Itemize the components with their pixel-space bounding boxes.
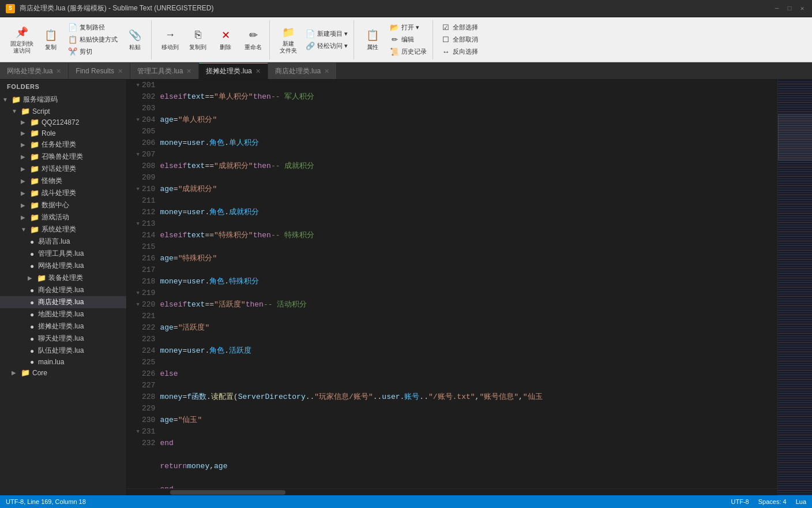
history-button[interactable]: 📜 历史记录 bbox=[388, 46, 429, 58]
file-yiyuyan[interactable]: ● 易语言.lua bbox=[0, 236, 126, 248]
status-spaces: Spaces: 4 bbox=[758, 498, 787, 505]
h-scrollbar[interactable] bbox=[127, 488, 777, 495]
folder-script[interactable]: ▼ 📁 Script bbox=[0, 106, 126, 117]
delete-icon: ✕ bbox=[219, 28, 232, 42]
tab-network[interactable]: 网络处理类.lua ✕ bbox=[0, 63, 69, 79]
file-managetool[interactable]: ● 管理工具类.lua bbox=[0, 248, 126, 260]
file-guild[interactable]: ● 商会处理类.lua bbox=[0, 284, 126, 296]
paste-button[interactable]: 📎 粘贴 bbox=[122, 23, 148, 57]
folder-task-icon: 📁 bbox=[30, 140, 39, 149]
tab-shop[interactable]: 商店处理类.lua ✕ bbox=[268, 63, 337, 79]
pin-button[interactable]: 📌 固定到快速访问 bbox=[8, 23, 36, 57]
rename-icon: ✏ bbox=[246, 28, 260, 42]
folder-task[interactable]: ▶ 📁 任务处理类 bbox=[0, 139, 126, 151]
tab-stall-close[interactable]: ✕ bbox=[255, 68, 261, 75]
line-208: age ="特殊积分" bbox=[160, 253, 651, 264]
folder-qq-label: QQ2124872 bbox=[42, 118, 79, 126]
file-shop[interactable]: ● 商店处理类.lua bbox=[0, 296, 126, 308]
new-folder-icon: 📁 bbox=[281, 25, 295, 39]
folder-summon[interactable]: ▶ 📁 召唤兽处理类 bbox=[0, 151, 126, 163]
file-main[interactable]: ● main.lua bbox=[0, 357, 126, 367]
file-chat-label: 聊天处理类.lua bbox=[38, 334, 84, 343]
copy-to-button[interactable]: ⎘ 复制到 bbox=[185, 23, 210, 57]
line-216: end bbox=[160, 438, 651, 449]
folder-core[interactable]: ▶ 📁 Core bbox=[0, 367, 126, 378]
file-guild-label: 商会处理类.lua bbox=[38, 285, 84, 295]
open-label: 打开 ▾ bbox=[401, 23, 419, 32]
folder-role[interactable]: ▶ 📁 Role bbox=[0, 128, 126, 139]
deselect-all-button[interactable]: ☐ 全部取消 bbox=[439, 34, 480, 46]
folder-root[interactable]: ▼ 📁 服务端源码 bbox=[0, 94, 126, 106]
file-map[interactable]: ● 地图处理类.lua bbox=[0, 308, 126, 320]
folder-dialog[interactable]: ▶ 📁 对话处理类 bbox=[0, 163, 126, 175]
arrow-system: ▼ bbox=[21, 226, 30, 233]
minimize-button[interactable]: ─ bbox=[773, 5, 781, 13]
open-button[interactable]: 📂 打开 ▾ bbox=[388, 22, 429, 33]
folder-datacenter-icon: 📁 bbox=[30, 201, 39, 210]
folder-qq[interactable]: ▶ 📁 QQ2124872 bbox=[0, 117, 126, 128]
properties-button[interactable]: 📋 属性 bbox=[360, 23, 385, 57]
toolbar-group-select: ☑ 全部选择 ☐ 全部取消 ↔ 反向选择 bbox=[435, 20, 484, 59]
paste-group: 📄 复制路径 📋 粘贴快捷方式 ✂️ 剪切 bbox=[66, 22, 120, 58]
line-206: money=user.角色.成就积分 bbox=[160, 207, 651, 218]
file-stall[interactable]: ● 搓摊处理类.lua bbox=[0, 320, 126, 333]
close-button[interactable]: ✕ bbox=[798, 5, 806, 13]
new-folder-button[interactable]: 📁 新建文件夹 bbox=[276, 23, 301, 57]
folder-system-label: 系统处理类 bbox=[42, 225, 76, 234]
code-editor[interactable]: ▼201 202 203 ▼204 205 206 ▼207 208 209 ▼… bbox=[127, 80, 777, 495]
tab-find-label: Find Results bbox=[76, 67, 114, 75]
folder-activity[interactable]: ▶ 📁 游戏活动 bbox=[0, 211, 126, 223]
tab-stall[interactable]: 搓摊处理类.lua ✕ bbox=[199, 63, 268, 79]
line-209: money=user.角色.特殊积分 bbox=[160, 276, 651, 287]
edit-button[interactable]: ✏ 编辑 bbox=[388, 34, 429, 46]
folder-script-label: Script bbox=[32, 107, 50, 115]
copy-button[interactable]: 📋 复制 bbox=[38, 23, 63, 57]
file-chat[interactable]: ● 聊天处理类.lua bbox=[0, 333, 126, 345]
tab-network-close[interactable]: ✕ bbox=[56, 68, 61, 75]
tab-find[interactable]: Find Results ✕ bbox=[69, 63, 130, 79]
arrow-datacenter: ▶ bbox=[21, 202, 30, 208]
easy-access-button[interactable]: 🔗 轻松访问 ▾ bbox=[303, 40, 350, 51]
invert-select-button[interactable]: ↔ 反向选择 bbox=[439, 46, 480, 58]
rename-button[interactable]: ✏ 重命名 bbox=[240, 23, 266, 57]
cut-icon: ✂️ bbox=[68, 47, 77, 57]
folder-battle[interactable]: ▶ 📁 战斗处理类 bbox=[0, 187, 126, 199]
h-scrollbar-thumb[interactable] bbox=[170, 490, 285, 495]
file-dot-map: ● bbox=[30, 311, 38, 319]
maximize-button[interactable]: □ bbox=[785, 5, 794, 13]
folder-system[interactable]: ▼ 📁 系统处理类 bbox=[0, 223, 126, 236]
tab-manage[interactable]: 管理工具类.lua ✕ bbox=[130, 63, 199, 79]
folder-core-icon: 📁 bbox=[21, 368, 30, 377]
file-team[interactable]: ● 队伍处理类.lua bbox=[0, 345, 126, 357]
tab-manage-close[interactable]: ✕ bbox=[186, 68, 191, 75]
delete-button[interactable]: ✕ 删除 bbox=[213, 23, 238, 57]
select-all-icon: ☑ bbox=[441, 23, 450, 32]
cut-button[interactable]: ✂️ 剪切 bbox=[66, 46, 120, 58]
copy-path-button[interactable]: 📄 复制路径 bbox=[66, 22, 120, 33]
tab-find-close[interactable]: ✕ bbox=[118, 68, 123, 75]
code-scroll[interactable]: ▼201 202 203 ▼204 205 206 ▼207 208 209 ▼… bbox=[127, 80, 777, 488]
line-215: age ="仙玉" bbox=[160, 414, 651, 426]
arrow-core: ▶ bbox=[12, 369, 21, 376]
status-right: UTF-8 Spaces: 4 Lua bbox=[731, 498, 806, 505]
folder-equipment-icon: 📁 bbox=[37, 274, 46, 282]
file-shop-label: 商店处理类.lua bbox=[38, 297, 84, 307]
select-all-button[interactable]: ☑ 全部选择 bbox=[439, 22, 480, 33]
file-dot-manage: ● bbox=[30, 250, 38, 258]
paste-label: 粘贴 bbox=[129, 43, 141, 51]
folder-equipment[interactable]: ▶ 📁 装备处理类 bbox=[0, 272, 126, 284]
folder-monster[interactable]: ▶ 📁 怪物类 bbox=[0, 175, 126, 187]
tab-shop-close[interactable]: ✕ bbox=[324, 68, 329, 75]
folder-dialog-icon: 📁 bbox=[30, 165, 39, 173]
folder-role-label: Role bbox=[42, 129, 56, 137]
folder-datacenter[interactable]: ▶ 📁 数据中心 bbox=[0, 199, 126, 211]
paste-shortcut-button[interactable]: 📋 粘贴快捷方式 bbox=[66, 34, 120, 46]
folder-script-icon: 📁 bbox=[21, 107, 30, 115]
move-to-button[interactable]: → 移动到 bbox=[157, 23, 183, 57]
new-item-button[interactable]: 📄 新建项目 ▾ bbox=[303, 28, 350, 39]
code-content[interactable]: elseif text =="单人积分" then -- 军人积分 age ="… bbox=[160, 80, 777, 488]
titlebar: S 商店处理类.lua (服务端模板) - Sublime Text (UNRE… bbox=[0, 0, 812, 17]
new-item-label: 新建项目 ▾ bbox=[317, 29, 348, 38]
file-network[interactable]: ● 网络处理类.lua bbox=[0, 260, 126, 272]
open-icon: 📂 bbox=[390, 23, 399, 32]
